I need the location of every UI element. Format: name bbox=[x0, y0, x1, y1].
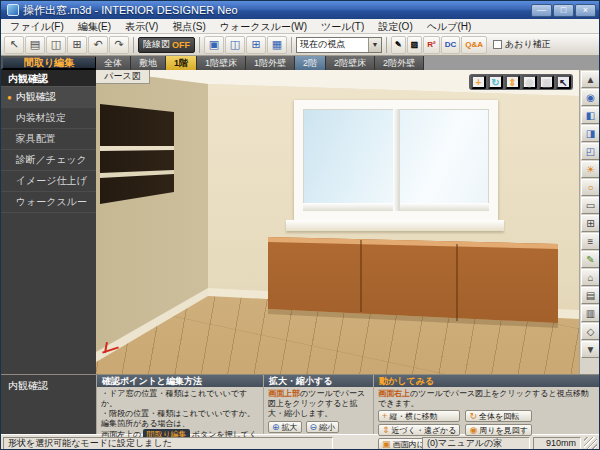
sidebar-item-label: 内装材設定 bbox=[16, 111, 66, 125]
measure-icon[interactable]: ▭ bbox=[581, 197, 600, 214]
sidebar-item-shindan-check[interactable]: ● 診断／チェック bbox=[1, 150, 96, 171]
move-viewpoint-button[interactable]: + 縦・横に移動 bbox=[378, 410, 460, 422]
redo-icon[interactable]: ↷ bbox=[109, 36, 129, 54]
new-plan-icon[interactable]: ⊞ bbox=[67, 36, 87, 54]
zoom-control-icon[interactable]: ⇕ bbox=[505, 75, 520, 89]
sidebar-item-label: 内観確認 bbox=[16, 90, 56, 104]
camera-view-icon[interactable]: ◉ bbox=[581, 89, 600, 106]
status-bar: 形状を選択可能なモードに設定しました (0)マニュアルの家 910mm bbox=[1, 434, 599, 450]
menu-item[interactable]: 設定(O) bbox=[371, 19, 419, 34]
approach-button[interactable]: ⇕ 近づく・遠ざかる bbox=[378, 424, 460, 436]
help-panel: 内観確認 確認ポイントと編集方法 ・ドア窓の位置・種類はこれでいいですか。 ・階… bbox=[1, 374, 599, 434]
status-spacer bbox=[336, 437, 419, 450]
look-around-button[interactable]: ◉ 周りを見回す bbox=[465, 424, 531, 436]
pencil-icon[interactable]: ✎ bbox=[391, 36, 406, 54]
menu-item[interactable]: 編集(E) bbox=[71, 19, 118, 34]
cabinet-door-seam bbox=[456, 244, 458, 321]
toolbar-left-group: ↖▤◫⊞↶↷ bbox=[4, 36, 129, 54]
maximize-button[interactable]: □ bbox=[553, 4, 574, 17]
sidebar-item-label: 家具配置 bbox=[16, 132, 56, 146]
check-bullet: ・ドア窓の位置・種類はこれでいいですか。 bbox=[101, 389, 259, 409]
viewport-nav-controls: +↻⇕◉▣↖ bbox=[469, 74, 573, 90]
single-view-icon[interactable]: ▣ bbox=[204, 36, 224, 54]
mode-label: 内観確認 bbox=[1, 375, 96, 434]
current-viewpoint-select[interactable]: 現在の視点 ▼ bbox=[296, 37, 382, 53]
tab-1f-exterior[interactable]: 1階外壁 bbox=[246, 56, 295, 70]
qa-badge-icon[interactable]: Q&A bbox=[461, 36, 487, 54]
sidebar-item-naikan-kakunin[interactable]: ● 内観確認 bbox=[1, 87, 96, 108]
menu-item[interactable]: ファイル(F) bbox=[3, 19, 71, 34]
menu-item[interactable]: 表示(V) bbox=[118, 19, 165, 34]
view-layout-group: ▣◫⊞▦ bbox=[204, 36, 287, 54]
menu-item[interactable]: 視点(S) bbox=[165, 19, 212, 34]
toolbar-right-group: ✎▨R²DCQ&A bbox=[391, 36, 487, 54]
split-4-view-icon[interactable]: ⊞ bbox=[246, 36, 266, 54]
tab-2f-exterior[interactable]: 2階外壁 bbox=[375, 56, 424, 70]
aori-correction-label: あおり補正 bbox=[505, 38, 551, 51]
tab-whole[interactable]: 全体 bbox=[96, 56, 131, 70]
grid-icon[interactable]: ⊞ bbox=[581, 215, 600, 232]
perspective-viewport[interactable]: パース図 +↻⇕◉▣↖ bbox=[96, 70, 579, 374]
orbit-control-icon[interactable]: ↻ bbox=[488, 75, 503, 89]
menu-item[interactable]: ウォークスルー(W) bbox=[213, 19, 314, 34]
checkbox-icon[interactable] bbox=[493, 40, 502, 49]
eraser-icon[interactable]: ▨ bbox=[407, 36, 423, 54]
select-control-icon[interactable]: ↖ bbox=[556, 75, 571, 89]
floor-material-icon[interactable]: ▥ bbox=[581, 305, 600, 322]
plan-view-icon[interactable]: ▦ bbox=[267, 36, 287, 54]
madori-edit-button[interactable]: 間取り編集 bbox=[1, 56, 96, 70]
look-around-control-icon[interactable]: ◉ bbox=[522, 75, 537, 89]
move-icon: + bbox=[382, 412, 387, 421]
print-icon[interactable]: ▤ bbox=[25, 36, 45, 54]
r2-badge-icon[interactable]: R² bbox=[423, 36, 439, 54]
hidden-line-toggle[interactable]: 陰線図 OFF bbox=[138, 37, 195, 53]
floor-tab-bar: 間取り編集 全体敷地1階1階壁床1階外壁2階2階壁床2階外壁 bbox=[1, 56, 599, 70]
sidebar-item-image-shiage[interactable]: ● イメージ仕上げ bbox=[1, 171, 96, 192]
undo-icon[interactable]: ↶ bbox=[88, 36, 108, 54]
tab-1f[interactable]: 1階 bbox=[166, 56, 197, 70]
sidebar-item-label: 診断／チェック bbox=[16, 153, 87, 167]
aori-correction-checkbox[interactable]: あおり補正 bbox=[493, 38, 551, 51]
layers-icon[interactable]: ≡ bbox=[581, 233, 600, 250]
sidebar-items: ● 内観確認 ● 内装材設定 ● 家具配置 ● 診断／チェック ● イメージ仕上… bbox=[1, 87, 96, 213]
section-title: 確認ポイントと編集方法 bbox=[97, 375, 263, 387]
window-controls: —□× bbox=[531, 4, 596, 17]
sunlight-icon[interactable]: ☀ bbox=[581, 161, 600, 178]
pan-control-icon[interactable]: + bbox=[471, 75, 486, 89]
tab-2f-wallfloor[interactable]: 2階壁床 bbox=[326, 56, 375, 70]
front-view-icon[interactable]: ◧ bbox=[581, 107, 600, 124]
dc-badge-icon[interactable]: DC bbox=[441, 36, 461, 54]
select-icon[interactable]: ↖ bbox=[4, 36, 24, 54]
pencil-icon[interactable]: ✎ bbox=[581, 251, 600, 268]
app-icon bbox=[7, 4, 19, 16]
lamp-icon[interactable]: ○ bbox=[581, 179, 600, 196]
close-button[interactable]: × bbox=[575, 4, 596, 17]
rotate-all-button[interactable]: ↻ 全体を回転 bbox=[465, 410, 531, 422]
scroll-up-icon[interactable]: ▲ bbox=[581, 71, 600, 88]
separator bbox=[199, 37, 200, 53]
side-view-icon[interactable]: ◨ bbox=[581, 125, 600, 142]
sidebar-item-naisozai-settei[interactable]: ● 内装材設定 bbox=[1, 108, 96, 129]
menu-item[interactable]: ツール(T) bbox=[314, 19, 371, 34]
sidebar-item-kagu-haichi[interactable]: ● 家具配置 bbox=[1, 129, 96, 150]
tab-2f[interactable]: 2階 bbox=[295, 56, 326, 70]
magnifier-icon: ⊕ bbox=[272, 423, 280, 432]
save-icon[interactable]: ◫ bbox=[46, 36, 66, 54]
resize-grip[interactable] bbox=[584, 437, 597, 450]
chevron-down-icon[interactable]: ▼ bbox=[368, 38, 381, 52]
home-icon[interactable]: ⌂ bbox=[581, 269, 600, 286]
sidebar-item-walkthrough[interactable]: ● ウォークスルー bbox=[1, 192, 96, 213]
status-message: 形状を選択可能なモードに設定しました bbox=[3, 437, 333, 450]
scroll-down-icon[interactable]: ▼ bbox=[581, 341, 600, 358]
menu-item[interactable]: ヘルプ(H) bbox=[420, 19, 479, 34]
tab-site[interactable]: 敷地 bbox=[131, 56, 166, 70]
split-2-view-icon[interactable]: ◫ bbox=[225, 36, 245, 54]
top-view-icon[interactable]: ◰ bbox=[581, 143, 600, 160]
wall-material-icon[interactable]: ▤ bbox=[581, 287, 600, 304]
minimize-button[interactable]: — bbox=[531, 4, 552, 17]
zoom-in-button[interactable]: ⊕ 拡大 bbox=[268, 421, 302, 433]
fit-view-control-icon[interactable]: ▣ bbox=[539, 75, 554, 89]
settings-icon[interactable]: ◇ bbox=[581, 323, 600, 340]
zoom-out-button[interactable]: ⊖ 縮小 bbox=[306, 421, 340, 433]
tab-1f-wallfloor[interactable]: 1階壁床 bbox=[197, 56, 246, 70]
